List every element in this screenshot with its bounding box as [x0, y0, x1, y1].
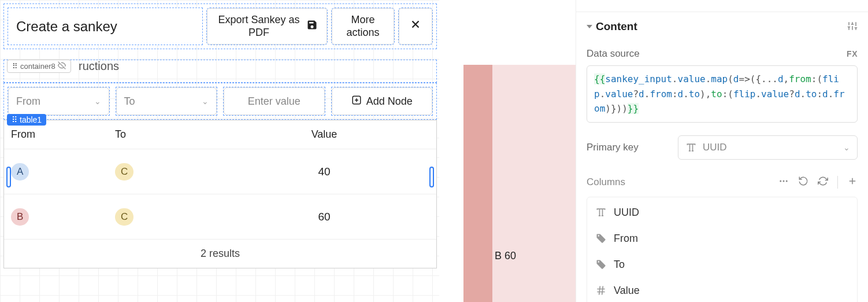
tag-icon: [595, 259, 607, 270]
plus-icon[interactable]: [847, 176, 858, 188]
svg-point-3: [786, 181, 788, 182]
container-name: container8: [20, 62, 55, 71]
drag-handle-icon: ⠿: [12, 115, 17, 124]
table-badge[interactable]: ⠿ table1: [7, 114, 46, 126]
text-icon: [595, 207, 607, 218]
save-icon: [306, 19, 318, 34]
add-node-label: Add Node: [366, 95, 413, 108]
column-item[interactable]: To: [587, 252, 857, 278]
primary-key-row: Primary key UUID ⌄: [587, 135, 858, 160]
column-name: UUID: [614, 207, 639, 219]
close-button[interactable]: [398, 8, 433, 45]
sankey-link: [492, 65, 576, 302]
row-resize-handle[interactable]: [6, 167, 11, 187]
col-header-from[interactable]: From: [11, 128, 115, 141]
section-header[interactable]: Content: [587, 20, 858, 33]
table-name: table1: [20, 115, 42, 124]
value-cell: 60: [219, 211, 429, 223]
sankey-node: [463, 65, 492, 302]
export-pdf-label: Export Sankey as PDF: [216, 14, 302, 39]
table-row[interactable]: AC40: [4, 149, 436, 194]
drag-handle-icon: ⠿: [12, 62, 18, 71]
hash-icon: [595, 285, 607, 296]
editor-canvas[interactable]: Create a sankey Export Sankey as PDF Mor…: [3, 0, 437, 268]
page-title: Create a sankey: [8, 8, 203, 45]
from-placeholder: From: [16, 95, 40, 108]
column-item[interactable]: UUID: [587, 200, 857, 226]
col-header-value[interactable]: Value: [219, 128, 429, 141]
chevron-down-icon: ⌄: [202, 97, 209, 106]
to-placeholder: To: [124, 95, 135, 108]
refresh-icon[interactable]: [818, 176, 828, 188]
sliders-icon[interactable]: [847, 21, 858, 33]
value-cell: 40: [219, 165, 429, 178]
caret-down-icon: [587, 25, 592, 28]
columns-list: UUIDFromToValue: [587, 197, 858, 302]
columns-header: Columns: [587, 176, 858, 189]
container-label[interactable]: ⠿ container8: [7, 60, 71, 73]
chevron-down-icon: ⌄: [94, 97, 101, 106]
column-item[interactable]: From: [587, 226, 857, 252]
section-title: Content: [596, 20, 637, 33]
plus-icon: [351, 95, 362, 108]
sankey-preview: B 60: [463, 65, 574, 302]
from-chip: A: [11, 163, 29, 181]
more-icon[interactable]: [778, 176, 789, 188]
sankey-label: B 60: [495, 250, 516, 262]
col-header-to[interactable]: To: [115, 128, 219, 141]
text-icon: [685, 142, 697, 153]
svg-point-1: [780, 181, 781, 182]
primary-key-label: Primary key: [587, 142, 667, 153]
add-node-button[interactable]: Add Node: [332, 87, 433, 115]
from-select[interactable]: From ⌄: [8, 87, 109, 115]
primary-key-select[interactable]: UUID ⌄: [678, 135, 858, 160]
close-icon: [409, 18, 422, 35]
toolbar-container: Create a sankey Export Sankey as PDF Mor…: [3, 3, 437, 49]
value-placeholder: Enter value: [248, 95, 301, 108]
column-name: Value: [614, 285, 640, 297]
tag-icon: [595, 233, 607, 244]
column-name: From: [614, 233, 638, 245]
column-item[interactable]: Value: [587, 278, 857, 302]
data-table[interactable]: From To Value AC40BC60 2 results: [3, 120, 437, 268]
column-name: To: [614, 259, 625, 271]
columns-label: Columns: [587, 176, 625, 188]
from-chip: B: [11, 208, 29, 226]
table-header-row: From To Value: [4, 120, 436, 149]
separator: [837, 176, 838, 189]
more-actions-button[interactable]: More actions: [331, 8, 395, 45]
primary-key-value: UUID: [703, 142, 727, 153]
data-source-label: Data source: [587, 48, 640, 60]
data-source-code[interactable]: {{sankey_input.value.map(d=>({...d,from:…: [587, 65, 858, 123]
table-footer: 2 results: [4, 240, 436, 268]
chevron-down-icon: ⌄: [843, 143, 850, 152]
data-source-row: Data source FX: [587, 48, 858, 60]
to-chip: C: [115, 208, 133, 226]
to-chip: C: [115, 163, 133, 181]
row-resize-handle[interactable]: [429, 167, 434, 187]
svg-point-2: [783, 181, 785, 182]
truncated-text: ructions: [79, 60, 119, 73]
export-pdf-button[interactable]: Export Sankey as PDF: [206, 8, 328, 45]
inspector-panel: Content Data source FX {{sankey_input.va…: [576, 0, 868, 302]
fx-toggle[interactable]: FX: [847, 49, 858, 58]
inputs-row: From ⌄ To ⌄ Enter value Add Node: [3, 83, 437, 120]
to-select[interactable]: To ⌄: [116, 87, 217, 115]
reset-icon[interactable]: [798, 176, 808, 188]
table-row[interactable]: BC60: [4, 194, 436, 240]
value-input[interactable]: Enter value: [224, 87, 325, 115]
hidden-icon: [58, 61, 66, 71]
